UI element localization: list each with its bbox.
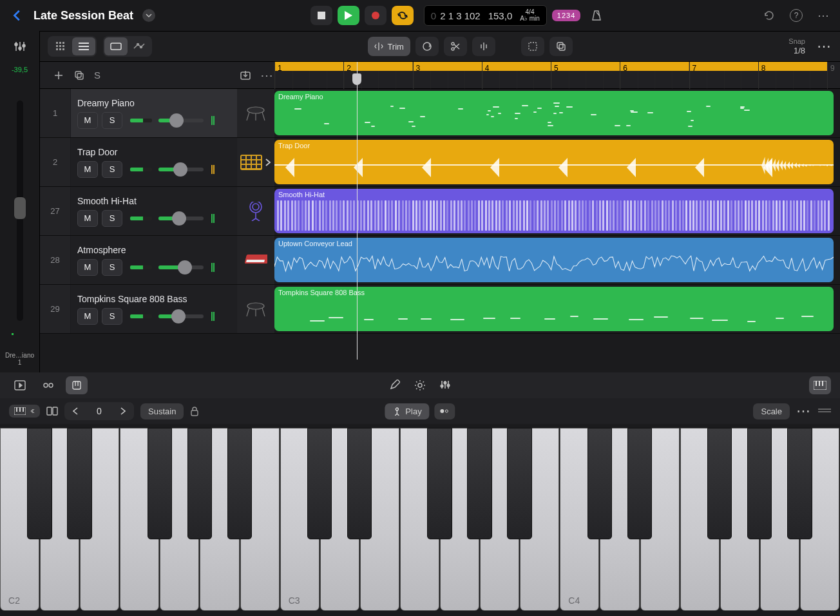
eq-icon[interactable] — [440, 380, 450, 391]
track-header[interactable]: 28 Atmosphere M S — [40, 236, 274, 284]
mute-button[interactable]: M — [77, 259, 98, 276]
instrument-icon[interactable] — [237, 138, 274, 186]
pencil-icon[interactable] — [390, 380, 400, 391]
region[interactable]: Tompkins Square 808 Bass — [274, 287, 834, 331]
ruler-bar[interactable]: 4 — [482, 62, 551, 89]
mute-button[interactable]: M — [77, 112, 98, 129]
ruler[interactable]: 123456789 — [274, 62, 840, 89]
black-key[interactable] — [507, 428, 531, 539]
volume-fader[interactable] — [158, 119, 204, 122]
black-key[interactable] — [707, 428, 732, 539]
solo-button[interactable]: S — [102, 210, 122, 227]
chevron-right-icon[interactable] — [265, 158, 271, 167]
brightness-icon[interactable] — [414, 380, 426, 391]
split-keyboard-icon[interactable] — [46, 407, 58, 416]
region[interactable]: Trap Door — [274, 140, 834, 184]
volume-fader[interactable] — [158, 217, 204, 220]
grid-view-icon[interactable] — [49, 37, 72, 55]
grabber-icon[interactable] — [818, 408, 831, 414]
import-icon[interactable] — [240, 70, 251, 81]
stop-button[interactable] — [310, 6, 332, 25]
sound-library-icon[interactable] — [9, 376, 31, 394]
global-solo[interactable]: S — [94, 70, 100, 81]
black-key[interactable] — [787, 428, 812, 539]
black-key[interactable] — [627, 428, 652, 539]
solo-button[interactable]: S — [102, 259, 122, 276]
ruler-bar[interactable]: 9 — [827, 62, 840, 89]
mixer-sliders-icon[interactable] — [14, 41, 26, 52]
sustain-button[interactable]: Sustain — [140, 403, 184, 419]
track-header-more-icon[interactable]: ⋯ — [260, 68, 274, 83]
track-row[interactable]: 29 Tompkins Square 808 Bass M S Tompki — [40, 285, 840, 334]
ruler-bar[interactable]: 1 — [274, 62, 343, 89]
automation-icon[interactable] — [128, 37, 151, 55]
track-header[interactable]: 29 Tompkins Square 808 Bass M S — [40, 285, 274, 333]
keyboard-mode-icon[interactable] — [9, 405, 40, 418]
black-key[interactable] — [747, 428, 772, 539]
cycle-button[interactable] — [392, 6, 414, 25]
mute-button[interactable]: M — [77, 161, 98, 178]
loop-tool-icon[interactable] — [415, 37, 439, 56]
black-key[interactable] — [587, 428, 612, 539]
region-lane[interactable]: Dreamy Piano — [274, 89, 840, 137]
solo-button[interactable]: S — [102, 112, 122, 129]
scale-button[interactable]: Scale — [753, 403, 790, 419]
playhead[interactable] — [357, 62, 358, 360]
region-rect-icon[interactable] — [104, 37, 128, 55]
instrument-icon[interactable] — [237, 236, 274, 284]
split-tool-icon[interactable] — [472, 37, 495, 56]
region[interactable]: Uptown Conveyor Lead — [274, 238, 834, 282]
volume-fader[interactable] — [158, 168, 204, 171]
play-button[interactable] — [338, 6, 359, 25]
arpeggiator-icon[interactable] — [435, 403, 455, 419]
instrument-icon[interactable] — [237, 285, 274, 333]
black-key[interactable] — [467, 428, 492, 539]
snap-display[interactable]: Snap 1/8 — [788, 37, 805, 56]
volume-thumb[interactable] — [14, 197, 26, 219]
black-key[interactable] — [307, 428, 332, 539]
piano-toggle-icon[interactable] — [809, 376, 831, 394]
add-track-icon[interactable] — [53, 70, 64, 81]
track-header[interactable]: 1 Dreamy Piano M S — [40, 89, 274, 137]
black-key[interactable] — [27, 428, 52, 539]
black-key[interactable] — [187, 428, 212, 539]
back-button[interactable] — [10, 8, 24, 23]
solo-button[interactable]: S — [102, 308, 122, 325]
track-row[interactable]: 2 Trap Door M S Trap Door — [40, 138, 840, 187]
black-key[interactable] — [227, 428, 252, 539]
marquee-tool-icon[interactable] — [521, 37, 544, 56]
toolbar-more-icon[interactable]: ⋯ — [817, 38, 832, 55]
trim-tool[interactable]: Trim — [368, 37, 410, 56]
smart-controls-icon[interactable] — [37, 376, 59, 394]
black-key[interactable] — [427, 428, 452, 539]
octave-up-icon[interactable] — [112, 402, 134, 420]
black-key[interactable] — [67, 428, 91, 539]
keyboard-tab-icon[interactable] — [66, 376, 88, 394]
solo-button[interactable]: S — [102, 161, 122, 178]
region-lane[interactable]: Tompkins Square 808 Bass — [274, 285, 840, 333]
track-header[interactable]: 2 Trap Door M S — [40, 138, 274, 186]
ruler-bar[interactable]: 3 — [413, 62, 482, 89]
lcd-display[interactable]: 0 2 1 3 102 153,0 4/4 A♭ min — [424, 5, 547, 26]
black-key[interactable] — [148, 428, 172, 539]
lock-icon[interactable] — [190, 406, 199, 416]
duplicate-track-icon[interactable] — [73, 70, 85, 81]
ruler-bar[interactable]: 8 — [758, 62, 827, 89]
playhead-handle-icon[interactable] — [352, 73, 361, 85]
list-view-icon[interactable] — [72, 37, 95, 55]
more-menu-icon[interactable]: ⋯ — [817, 9, 830, 22]
mute-button[interactable]: M — [77, 308, 98, 325]
record-button[interactable] — [365, 6, 387, 25]
track-header[interactable]: 27 Smooth Hi-Hat M S — [40, 187, 274, 235]
play-mode-button[interactable]: Play — [385, 403, 429, 419]
count-in-button[interactable]: 1234 — [552, 10, 580, 21]
mute-button[interactable]: M — [77, 210, 98, 227]
region-lane[interactable]: Smooth Hi-Hat — [274, 187, 840, 235]
ruler-bar[interactable]: 7 — [689, 62, 758, 89]
metronome-button[interactable] — [586, 6, 607, 25]
copy-tool-icon[interactable] — [549, 37, 573, 56]
scissors-tool-icon[interactable] — [444, 37, 467, 56]
project-dropdown-icon[interactable] — [142, 9, 155, 22]
instrument-icon[interactable] — [237, 89, 274, 137]
volume-fader[interactable] — [158, 265, 204, 269]
